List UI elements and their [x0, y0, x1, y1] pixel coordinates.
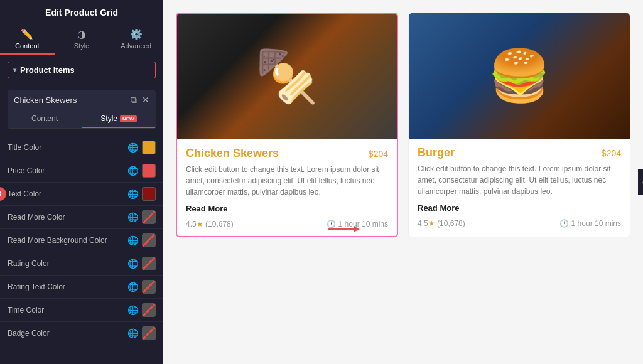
rating-text-color-label: Rating Text Color — [8, 282, 127, 291]
product-title-row-1: Burger $204 — [418, 146, 621, 159]
globe-icon-badge[interactable]: 🌐 — [127, 328, 138, 338]
rating-text-color-swatch[interactable] — [142, 280, 156, 294]
title-color-label: Title Color — [8, 143, 127, 152]
item-card-header: Chicken Skewers ⧉ ✕ — [8, 90, 156, 110]
color-row-title: Title Color 🌐 — [0, 136, 163, 159]
color-row-text: 3 Text Color 🌐 — [0, 183, 163, 206]
product-card-burger[interactable]: Burger $204 Click edit button to change … — [408, 13, 630, 237]
time-color-controls: 🌐 — [127, 303, 156, 317]
annotation-badge-3: 3 — [0, 187, 6, 201]
product-title-row-0: Chicken Skewers $204 — [186, 147, 388, 160]
globe-icon-title[interactable]: 🌐 — [127, 142, 138, 153]
close-icon[interactable]: ✕ — [142, 95, 149, 105]
product-image-chicken-skewers — [177, 14, 397, 139]
title-color-controls: 🌐 — [127, 141, 156, 154]
badge-color-swatch[interactable] — [142, 326, 156, 340]
globe-icon-rating-text[interactable]: 🌐 — [127, 282, 138, 292]
globe-icon-read-more[interactable]: 🌐 — [127, 212, 138, 222]
product-items-label: Product Items — [20, 65, 75, 75]
badge-color-controls: 🌐 — [127, 326, 156, 340]
tab-content-label: Content — [15, 42, 40, 50]
globe-icon-time[interactable]: 🌐 — [127, 305, 138, 315]
color-row-rating-text: Rating Text Color 🌐 — [0, 276, 163, 299]
read-more-color-swatch[interactable] — [142, 210, 156, 224]
advanced-icon: ⚙️ — [130, 28, 143, 40]
tab-advanced[interactable]: ⚙️ Advanced — [109, 23, 163, 55]
inner-tab-style[interactable]: Style NEW — [82, 110, 156, 128]
price-color-controls: 🌐 — [127, 164, 156, 178]
product-price-0: $204 — [369, 149, 388, 159]
color-row-price: Price Color 🌐 — [0, 159, 163, 183]
panel-title: Edit Product Grid — [0, 0, 163, 23]
item-card-actions: ⧉ ✕ — [131, 95, 149, 105]
product-price-1: $204 — [602, 148, 621, 158]
color-row-read-more: Read More Color 🌐 — [0, 206, 163, 229]
color-rows: Title Color 🌐 Price Color 🌐 3 Text Color… — [0, 134, 163, 364]
svg-marker-1 — [354, 226, 360, 232]
annotation-arrow — [328, 223, 360, 235]
tab-content[interactable]: ✏️ Content — [0, 23, 55, 55]
globe-icon-read-more-bg[interactable]: 🌐 — [127, 235, 138, 245]
rating-color-swatch[interactable] — [142, 257, 156, 270]
globe-icon-price[interactable]: 🌐 — [127, 166, 138, 176]
content-icon: ✏️ — [21, 28, 33, 40]
style-icon: ◑ — [77, 28, 86, 40]
read-more-color-controls: 🌐 — [127, 210, 156, 224]
item-card: Chicken Skewers ⧉ ✕ Content Style NEW — [8, 90, 156, 129]
product-desc-1: Click edit button to change this text. L… — [418, 163, 621, 197]
badge-color-label: Badge Color — [8, 329, 127, 338]
main-tabs: ✏️ Content ◑ Style ⚙️ Advanced — [0, 23, 163, 55]
chevron-down-icon: ▾ — [13, 67, 16, 73]
tab-style-label: Style — [74, 42, 89, 50]
color-row-read-more-bg: Read More Background Color 🌐 — [0, 229, 163, 252]
left-panel: Edit Product Grid ✏️ Content ◑ Style ⚙️ … — [0, 0, 163, 364]
copy-icon[interactable]: ⧉ — [131, 95, 137, 105]
product-body-burger: Burger $204 Click edit button to change … — [409, 139, 630, 235]
product-title-0: Chicken Skewers — [186, 147, 279, 160]
read-more-1[interactable]: Read More — [418, 203, 621, 213]
rating-value-0: 4.5 — [186, 220, 197, 228]
inner-tab-content-label: Content — [31, 114, 58, 123]
title-color-swatch[interactable] — [142, 141, 156, 154]
right-panel: Chicken Skewers $204 Click edit button t… — [163, 0, 643, 364]
text-color-label: Text Color — [8, 190, 127, 198]
product-title-1: Burger — [418, 146, 455, 159]
read-more-bg-color-label: Read More Background Color — [8, 236, 127, 245]
rating-color-label: Rating Color — [8, 259, 127, 268]
read-more-color-label: Read More Color — [8, 213, 127, 222]
new-badge: NEW — [120, 115, 137, 122]
rating-text-color-controls: 🌐 — [127, 280, 156, 294]
tab-style[interactable]: ◑ Style — [55, 23, 109, 55]
product-items-header[interactable]: ▾ Product Items — [8, 62, 156, 78]
rating-color-controls: 🌐 — [127, 257, 156, 270]
color-row-rating: Rating Color 🌐 — [0, 252, 163, 276]
product-desc-0: Click edit button to change this text. L… — [186, 164, 388, 198]
product-card-chicken-skewers[interactable]: Chicken Skewers $204 Click edit button t… — [176, 13, 398, 237]
clock-icon-1: 🕐 — [559, 219, 569, 228]
time-1: 🕐 1 hour 10 mins — [559, 219, 621, 228]
time-color-swatch[interactable] — [142, 303, 156, 317]
inner-tab-content[interactable]: Content — [8, 110, 82, 128]
read-more-0[interactable]: Read More — [186, 204, 388, 213]
product-footer-1: 4.5★ (10,678) 🕐 1 hour 10 mins — [418, 219, 621, 228]
price-color-label: Price Color — [8, 166, 127, 175]
review-count-0: (10,678) — [205, 220, 234, 228]
rating-1: 4.5★ (10,678) — [418, 219, 465, 228]
text-color-swatch[interactable] — [142, 187, 156, 201]
product-body-chicken-skewers: Chicken Skewers $204 Click edit button t… — [177, 139, 397, 236]
tab-advanced-label: Advanced — [121, 42, 151, 50]
time-value-1: 1 hour 10 mins — [571, 219, 621, 228]
price-color-swatch[interactable] — [142, 164, 156, 178]
rating-0: 4.5★ (10,678) — [186, 220, 234, 228]
read-more-bg-color-swatch[interactable] — [142, 233, 156, 247]
item-card-title: Chicken Skewers — [14, 95, 77, 105]
globe-icon-rating[interactable]: 🌐 — [127, 259, 138, 269]
read-more-bg-color-controls: 🌐 — [127, 233, 156, 247]
inner-tab-style-label: Style — [100, 114, 117, 123]
text-color-controls: 🌐 — [127, 187, 156, 201]
product-grid: Chicken Skewers $204 Click edit button t… — [176, 13, 630, 237]
product-image-burger — [409, 13, 630, 139]
review-count-1: (10,678) — [437, 219, 465, 228]
rating-value-1: 4.5 — [418, 219, 428, 228]
globe-icon-text[interactable]: 🌐 — [127, 189, 138, 199]
